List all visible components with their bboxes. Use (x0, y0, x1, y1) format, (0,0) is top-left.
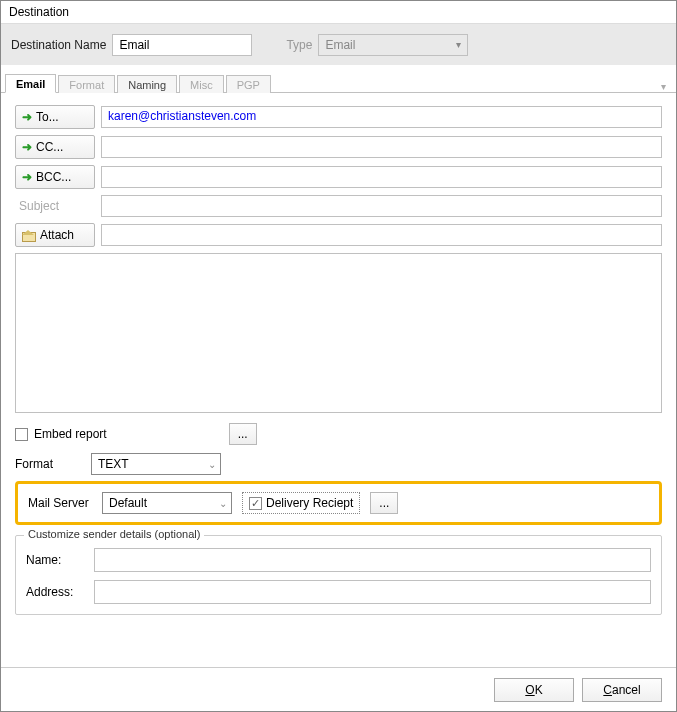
email-body[interactable] (15, 253, 662, 413)
tab-misc[interactable]: Misc (179, 75, 224, 93)
sender-name-input[interactable] (94, 548, 651, 572)
subject-field[interactable] (101, 195, 662, 217)
destination-name-label: Destination Name (11, 38, 106, 52)
envelope-icon (22, 230, 36, 241)
tab-format[interactable]: Format (58, 75, 115, 93)
attach-button-label: Attach (40, 228, 74, 242)
mail-server-select[interactable]: Default ⌄ (102, 492, 232, 514)
subject-label: Subject (15, 199, 95, 213)
tabs: Email Format Naming Misc PGP ▾ (1, 71, 676, 93)
arrow-right-icon: ➜ (22, 170, 32, 184)
chevron-down-icon: ⌄ (208, 459, 216, 470)
to-button[interactable]: ➜ To... (15, 105, 95, 129)
email-panel: ➜ To... karen@christiansteven.com ➜ CC..… (1, 93, 676, 623)
sender-name-label: Name: (26, 553, 86, 567)
tab-naming[interactable]: Naming (117, 75, 177, 93)
mail-server-options-button[interactable]: ... (370, 492, 398, 514)
type-select-value: Email (325, 38, 355, 52)
tab-pgp[interactable]: PGP (226, 75, 271, 93)
tab-email[interactable]: Email (5, 74, 56, 93)
attach-button[interactable]: Attach (15, 223, 95, 247)
cc-button-label: CC... (36, 140, 63, 154)
to-field[interactable]: karen@christiansteven.com (101, 106, 662, 128)
chevron-down-icon: ▾ (456, 39, 461, 50)
type-select: Email ▾ (318, 34, 468, 56)
format-select[interactable]: TEXT ⌄ (91, 453, 221, 475)
arrow-right-icon: ➜ (22, 110, 32, 124)
attach-field[interactable] (101, 224, 662, 246)
delivery-receipt-group: Delivery Reciept (242, 492, 360, 514)
destination-name-input[interactable] (112, 34, 252, 56)
dialog-footer: OK Cancel (1, 667, 676, 711)
sender-details-legend: Customize sender details (optional) (24, 528, 204, 540)
destination-dialog: Destination Destination Name Type Email … (0, 0, 677, 712)
sender-address-label: Address: (26, 585, 86, 599)
arrow-right-icon: ➜ (22, 140, 32, 154)
ok-button[interactable]: OK (494, 678, 574, 702)
format-select-value: TEXT (98, 457, 129, 471)
delivery-receipt-checkbox[interactable] (249, 497, 262, 510)
delivery-receipt-label: Delivery Reciept (266, 496, 353, 510)
embed-report-label: Embed report (34, 427, 107, 441)
cancel-button[interactable]: Cancel (582, 678, 662, 702)
bcc-field[interactable] (101, 166, 662, 188)
sender-details-group: Customize sender details (optional) Name… (15, 535, 662, 615)
window-title: Destination (1, 1, 676, 23)
mail-server-highlight: Mail Server Default ⌄ Delivery Reciept .… (15, 481, 662, 525)
mail-server-label: Mail Server (28, 496, 92, 510)
sender-address-input[interactable] (94, 580, 651, 604)
to-button-label: To... (36, 110, 59, 124)
cc-field[interactable] (101, 136, 662, 158)
embed-options-button[interactable]: ... (229, 423, 257, 445)
cc-button[interactable]: ➜ CC... (15, 135, 95, 159)
bcc-button[interactable]: ➜ BCC... (15, 165, 95, 189)
type-label: Type (286, 38, 312, 52)
chevron-down-icon: ⌄ (219, 498, 227, 509)
bcc-button-label: BCC... (36, 170, 71, 184)
format-label: Format (15, 457, 79, 471)
mail-server-value: Default (109, 496, 147, 510)
chevron-down-icon[interactable]: ▾ (661, 81, 672, 92)
header-panel: Destination Name Type Email ▾ (1, 23, 676, 65)
embed-report-checkbox[interactable] (15, 428, 28, 441)
